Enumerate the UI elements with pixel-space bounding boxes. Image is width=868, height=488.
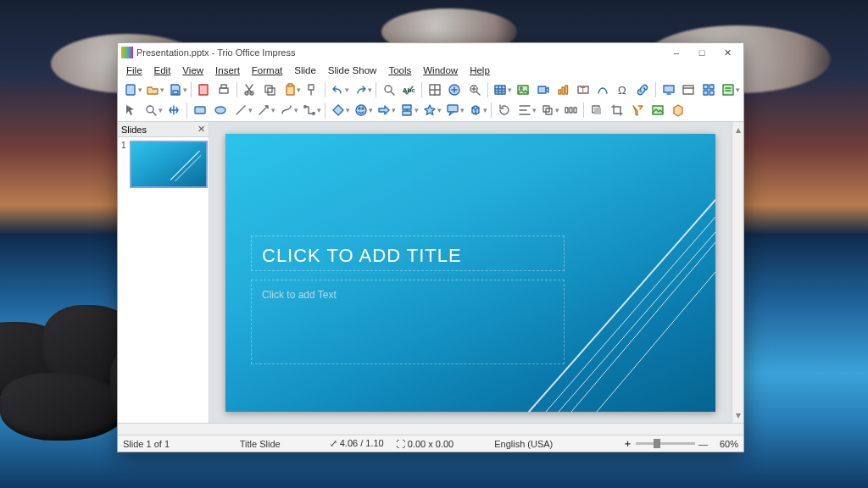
extrusion-icon[interactable]	[669, 101, 687, 119]
copy-icon[interactable]	[260, 80, 279, 99]
arrange-icon[interactable]	[538, 101, 557, 119]
clone-format-icon[interactable]	[303, 80, 321, 99]
print-icon[interactable]	[214, 80, 233, 99]
open-doc-icon[interactable]	[144, 80, 163, 99]
close-button[interactable]: ✕	[715, 45, 740, 60]
svg-rect-42	[448, 105, 458, 112]
ellipse-icon[interactable]	[211, 101, 230, 119]
save-doc-icon[interactable]	[166, 80, 185, 99]
menu-help[interactable]: Help	[465, 64, 495, 76]
special-char-icon[interactable]: Ω	[614, 80, 632, 99]
undo-icon[interactable]	[329, 80, 348, 99]
slides-panel-close[interactable]: ✕	[198, 124, 205, 135]
thumbnail-number: 1	[121, 141, 126, 150]
svg-rect-2	[199, 85, 208, 95]
av-icon[interactable]	[534, 80, 553, 99]
status-object-size: ⛶ 0.00 x 0.00	[396, 439, 454, 449]
rotate-icon[interactable]	[495, 101, 514, 119]
flowchart-icon[interactable]	[398, 101, 416, 119]
pan-icon[interactable]	[164, 101, 183, 119]
status-zoom-level[interactable]: 60%	[720, 439, 738, 449]
menu-tools[interactable]: Tools	[383, 64, 416, 76]
svg-point-38	[359, 108, 360, 109]
arrow-shape-icon[interactable]	[375, 101, 393, 119]
rectangle-icon[interactable]	[191, 101, 209, 119]
svg-rect-49	[594, 108, 601, 114]
grid-icon[interactable]	[426, 80, 444, 99]
svg-rect-31	[723, 85, 733, 95]
menu-edit[interactable]: Edit	[149, 64, 176, 76]
svg-rect-20	[562, 87, 565, 94]
basic-shape-icon[interactable]	[329, 101, 348, 119]
svg-point-34	[215, 107, 225, 114]
title-placeholder[interactable]: CLICK TO ADD TITLE	[251, 236, 565, 271]
menu-file[interactable]: File	[121, 64, 147, 76]
maximize-button[interactable]: □	[689, 45, 715, 60]
svg-rect-41	[403, 111, 411, 115]
hyperlink-icon[interactable]	[633, 80, 652, 99]
minimize-button[interactable]: –	[664, 45, 689, 60]
svg-rect-21	[565, 86, 568, 94]
svg-rect-45	[565, 108, 568, 113]
star-icon[interactable]	[420, 101, 439, 119]
menu-slide[interactable]: Slide	[289, 64, 321, 76]
insert-pic-icon[interactable]	[648, 101, 667, 119]
filter-icon[interactable]	[628, 101, 647, 119]
chart-icon[interactable]	[554, 80, 572, 99]
slides-panel: Slides ✕ 1	[118, 122, 209, 423]
svg-rect-1	[173, 91, 178, 94]
svg-rect-0	[126, 85, 135, 95]
image-icon[interactable]	[514, 80, 532, 99]
table-icon[interactable]	[492, 80, 510, 99]
zoom-tool-icon[interactable]	[465, 80, 484, 99]
svg-rect-10	[288, 84, 292, 86]
3d-icon[interactable]	[466, 101, 485, 119]
connector-icon[interactable]	[300, 101, 319, 119]
zoom-drag-icon[interactable]	[142, 101, 160, 119]
textbox-icon[interactable]: T	[574, 80, 593, 99]
fontwork-icon[interactable]	[593, 80, 612, 99]
symbol-icon[interactable]	[352, 101, 370, 119]
distribute-icon[interactable]	[561, 101, 580, 119]
menu-format[interactable]: Format	[247, 64, 287, 76]
cut-icon[interactable]	[241, 80, 259, 99]
slide-canvas[interactable]: CLICK TO ADD TITLE Click to add Text	[225, 134, 715, 412]
paste-icon[interactable]	[281, 80, 299, 99]
template-icon[interactable]	[720, 80, 738, 99]
slide-editor[interactable]: CLICK TO ADD TITLE Click to add Text	[209, 122, 732, 423]
slideshow-icon[interactable]	[659, 80, 678, 99]
redo-icon[interactable]	[351, 80, 370, 99]
export-pdf-icon[interactable]	[195, 80, 214, 99]
status-language[interactable]: English (USA)	[494, 439, 553, 449]
menu-window[interactable]: Window	[418, 64, 463, 76]
nav-icon[interactable]	[446, 80, 465, 99]
select-icon[interactable]	[121, 101, 140, 119]
menu-view[interactable]: View	[177, 64, 209, 76]
master-icon[interactable]	[680, 80, 698, 99]
line-icon[interactable]	[231, 101, 250, 119]
shadow-icon[interactable]	[587, 101, 606, 119]
svg-rect-28	[709, 85, 714, 89]
menu-insert[interactable]: Insert	[210, 64, 245, 76]
slide-thumbnail-1[interactable]	[130, 141, 208, 188]
svg-rect-4	[221, 85, 226, 88]
status-slide-count: Slide 1 of 1	[123, 439, 170, 449]
views-icon[interactable]	[699, 80, 718, 99]
menu-slideshow[interactable]: Slide Show	[323, 64, 382, 76]
spellcheck-icon[interactable]: Abc	[400, 80, 419, 99]
find-icon[interactable]	[380, 80, 398, 99]
line-arrow-icon[interactable]	[254, 101, 273, 119]
curve-icon[interactable]	[277, 101, 296, 119]
title-bar[interactable]: Presentation.pptx - Trio Office Impress …	[118, 43, 743, 62]
callout-icon[interactable]	[443, 101, 462, 119]
text-placeholder[interactable]: Click to add Text	[251, 280, 565, 364]
zoom-slider[interactable]: ＋ —	[623, 437, 708, 450]
vertical-scrollbar[interactable]: ▴▾	[732, 122, 743, 423]
svg-rect-33	[195, 107, 205, 114]
svg-line-54	[597, 272, 715, 412]
align-icon[interactable]	[515, 101, 534, 119]
crop-icon[interactable]	[608, 101, 626, 119]
new-doc-icon[interactable]	[121, 80, 140, 99]
app-window: Presentation.pptx - Trio Office Impress …	[117, 42, 744, 452]
horizontal-scrollbar[interactable]	[118, 423, 743, 435]
